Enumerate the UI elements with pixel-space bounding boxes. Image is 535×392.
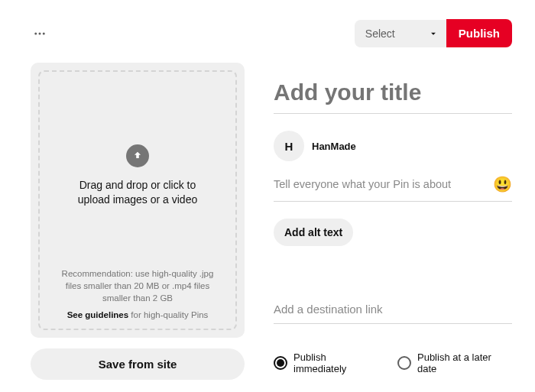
destination-link-input[interactable] (274, 303, 512, 324)
publish-button[interactable]: Publish (446, 19, 512, 47)
upload-area: Drag and drop or click to upload images … (31, 63, 245, 338)
upload-icon (126, 144, 149, 167)
svg-point-0 (34, 32, 37, 34)
avatar[interactable]: H (274, 131, 304, 161)
upload-recommendation: Recommendation: use high-quality .jpg fi… (54, 267, 222, 304)
user-row: H HanMade (274, 131, 512, 161)
right-column: H HanMade 😃 Add alt text Publish immedia… (274, 63, 512, 380)
radio-unchecked-icon (397, 356, 411, 370)
username: HanMade (312, 141, 356, 152)
upload-guidelines-link[interactable]: See guidelines (67, 310, 129, 319)
publish-immediately-option[interactable]: Publish immediately (274, 352, 381, 374)
upload-dropzone[interactable]: Drag and drop or click to upload images … (38, 70, 237, 330)
more-options-button[interactable] (31, 24, 49, 43)
upload-guidelines: See guidelines for high-quality Pins (67, 310, 209, 319)
upload-guidelines-suffix: for high-quality Pins (128, 310, 208, 319)
upload-main-text: Drag and drop or click to upload images … (65, 178, 210, 207)
publish-later-label: Publish at a later date (417, 352, 512, 374)
content: Drag and drop or click to upload images … (0, 63, 535, 392)
ellipsis-icon (33, 27, 47, 40)
radio-checked-icon (274, 356, 287, 370)
emoji-picker-button[interactable]: 😃 (493, 175, 512, 193)
save-from-site-button[interactable]: Save from site (31, 348, 245, 380)
add-alt-text-button[interactable]: Add alt text (274, 219, 353, 246)
svg-point-2 (43, 32, 45, 34)
publish-options: Publish immediately Publish at a later d… (274, 352, 512, 374)
description-input[interactable] (274, 178, 493, 190)
topbar-right: Select Publish (355, 19, 512, 47)
publish-immediately-label: Publish immediately (293, 352, 381, 374)
description-row: 😃 (274, 175, 512, 202)
topbar: Select Publish (0, 0, 535, 63)
upload-dropzone-top: Drag and drop or click to upload images … (65, 84, 210, 267)
left-column: Drag and drop or click to upload images … (31, 63, 245, 380)
publish-later-option[interactable]: Publish at a later date (397, 352, 512, 374)
svg-point-1 (39, 32, 41, 34)
board-select[interactable]: Select (355, 20, 446, 47)
title-input[interactable] (274, 79, 512, 114)
